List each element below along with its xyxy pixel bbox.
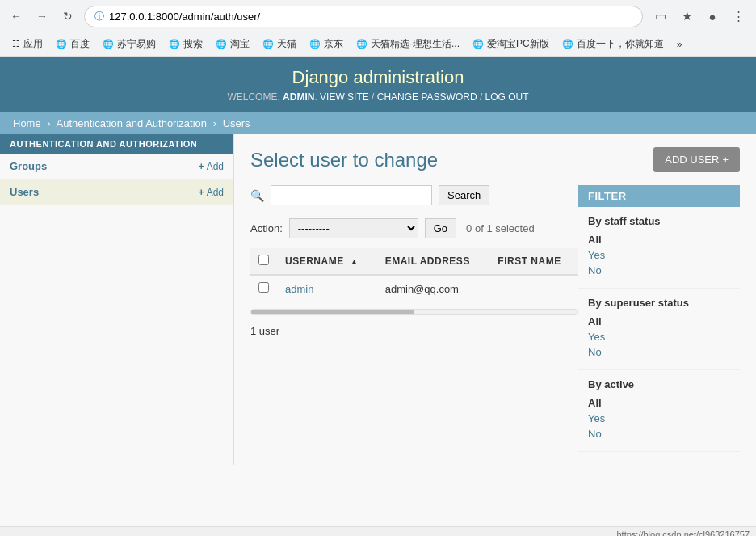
go-button[interactable]: Go — [425, 218, 456, 238]
username-header-label: USERNAME — [285, 255, 344, 267]
page-title: Select user to change — [250, 149, 438, 171]
action-label: Action: — [250, 222, 283, 234]
change-password-link[interactable]: CHANGE PASSWORD — [377, 91, 477, 103]
browser-toolbar: ← → ↻ ⓘ ▭ ★ ● ⋮ — [0, 0, 756, 32]
lock-icon: ⓘ — [94, 10, 104, 23]
firstname-header-label: FIRST NAME — [498, 255, 561, 267]
browser-actions: ▭ ★ ● ⋮ — [649, 5, 750, 27]
filter-active-yes[interactable]: Yes — [588, 412, 730, 424]
username-column-header[interactable]: USERNAME ▲ — [277, 248, 377, 275]
bookmark-suning[interactable]: 🌐 苏宁易购 — [97, 35, 162, 53]
status-bar: https://blog.csdn.net/cl963216757 — [0, 526, 756, 536]
users-add-link[interactable]: + Add — [199, 187, 224, 198]
groups-link[interactable]: Groups — [10, 160, 47, 172]
search-bar: 🔍 Search — [250, 185, 578, 205]
bookmark-baidu-search-label: 百度一下，你就知道 — [577, 37, 664, 51]
bookmark-baidu-search[interactable]: 🌐 百度一下，你就知道 — [556, 35, 670, 53]
filter-staff-yes[interactable]: Yes — [588, 249, 730, 261]
bookmark-tianmao-label: 天猫 — [277, 37, 296, 51]
bookmark-aitaobao-label: 爱淘宝PC新版 — [487, 37, 549, 51]
bookmark-baidu[interactable]: 🌐 百度 — [50, 35, 95, 53]
username-sort-arrow: ▲ — [351, 257, 359, 266]
users-link[interactable]: Users — [10, 186, 39, 198]
users-add-label: Add — [207, 187, 224, 198]
reload-button[interactable]: ↻ — [58, 6, 78, 26]
horizontal-scrollbar[interactable] — [250, 309, 578, 319]
search-button[interactable]: Search — [439, 185, 489, 205]
bookmark-aitaobao[interactable]: 🌐 爱淘宝PC新版 — [467, 35, 555, 53]
log-out-link[interactable]: LOG OUT — [485, 91, 529, 103]
cast-button[interactable]: ▭ — [649, 5, 672, 27]
sidebar-item-users: Users + Add — [0, 179, 233, 205]
action-bar: Action: --------- Delete selected users … — [250, 218, 578, 238]
bookmark-tianmao-special[interactable]: 🌐 天猫精选-理想生活... — [351, 35, 465, 53]
bookmark-suning-label: 苏宁易购 — [117, 37, 156, 51]
sidebar-item-groups: Groups + Add — [0, 154, 233, 179]
back-button[interactable]: ← — [6, 6, 26, 26]
filter-sidebar: FILTER By staff status All Yes No By sup… — [578, 185, 740, 452]
filter-active-all[interactable]: All — [588, 397, 730, 409]
selected-count: 0 of 1 selected — [466, 222, 535, 234]
filter-superuser-yes[interactable]: Yes — [588, 331, 730, 343]
row-checkbox-cell — [250, 275, 277, 302]
filter-section-staff: By staff status All Yes No — [578, 207, 740, 289]
bookmarks-bar: ☷ 应用 🌐 百度 🌐 苏宁易购 🌐 搜索 🌐 淘宝 🌐 天猫 🌐 京东 🌐 — [0, 32, 756, 57]
admin-username: ADMIN — [283, 91, 314, 103]
django-admin: Django administration WELCOME, ADMIN. VI… — [0, 57, 756, 526]
left-sidebar: Authentication and Authorization Groups … — [0, 134, 234, 465]
username-cell: admin — [277, 275, 377, 302]
browser-chrome: ← → ↻ ⓘ ▭ ★ ● ⋮ ☷ 应用 🌐 百度 🌐 苏宁易购 🌐 搜索 — [0, 0, 756, 57]
table-container: USERNAME ▲ EMAIL ADDRESS FIRST NAME — [250, 248, 578, 309]
add-user-button[interactable]: ADD USER + — [653, 147, 740, 172]
bookmark-apps[interactable]: ☷ 应用 — [6, 35, 48, 53]
admin-main: Authentication and Authorization Groups … — [0, 134, 756, 465]
main-content: 🔍 Search Action: --------- Delete select… — [250, 185, 578, 452]
admin-header: Django administration WELCOME, ADMIN. VI… — [0, 57, 756, 112]
filter-staff-title: By staff status — [588, 215, 730, 227]
select-all-checkbox[interactable] — [258, 255, 269, 265]
firstname-column-header: FIRST NAME — [489, 248, 578, 275]
email-column-header: EMAIL ADDRESS — [377, 248, 490, 275]
bookmark-jd[interactable]: 🌐 京东 — [304, 35, 349, 53]
view-site-link[interactable]: VIEW SITE — [320, 91, 369, 103]
bookmark-baidu-label: 百度 — [70, 37, 90, 51]
plus-icon: + — [199, 161, 204, 172]
filter-superuser-all[interactable]: All — [588, 315, 730, 327]
bookmark-search[interactable]: 🌐 搜索 — [163, 35, 208, 53]
breadcrumb-home[interactable]: Home — [13, 117, 41, 129]
user-info: WELCOME, ADMIN. VIEW SITE / CHANGE PASSW… — [10, 91, 746, 103]
forward-button[interactable]: → — [32, 6, 52, 26]
table-row: admin admin@qq.com — [250, 275, 578, 302]
bookmark-taobao-label: 淘宝 — [230, 37, 250, 51]
filter-active-no[interactable]: No — [588, 428, 730, 440]
url-input[interactable] — [109, 11, 632, 23]
table-header-row: USERNAME ▲ EMAIL ADDRESS FIRST NAME — [250, 248, 578, 275]
breadcrumb-section[interactable]: Authentication and Authorization — [57, 117, 207, 129]
bookmark-more[interactable]: » — [671, 36, 688, 53]
bookmark-tianmao-special-label: 天猫精选-理想生活... — [371, 37, 460, 51]
sidebar-section-title: Authentication and Authorization — [0, 134, 233, 154]
page-header: Select user to change ADD USER + — [250, 147, 740, 172]
address-bar[interactable]: ⓘ — [84, 6, 643, 27]
filter-superuser-no[interactable]: No — [588, 346, 730, 358]
bookmark-tianmao[interactable]: 🌐 天猫 — [257, 35, 302, 53]
filter-staff-all[interactable]: All — [588, 234, 730, 246]
username-link[interactable]: admin — [285, 283, 313, 295]
menu-button[interactable]: ⋮ — [727, 5, 750, 27]
more-bookmarks-icon: » — [677, 39, 682, 50]
groups-add-label: Add — [207, 161, 224, 172]
action-select[interactable]: --------- Delete selected users — [289, 218, 418, 238]
profile-button[interactable]: ● — [701, 5, 724, 27]
search-input[interactable] — [271, 185, 432, 205]
select-all-th — [250, 248, 277, 275]
bookmark-button[interactable]: ★ — [675, 5, 698, 27]
row-checkbox[interactable] — [258, 282, 269, 293]
welcome-prefix: WELCOME, — [227, 91, 279, 103]
content-area: Select user to change ADD USER + 🔍 Searc… — [234, 134, 756, 465]
bookmark-taobao[interactable]: 🌐 淘宝 — [210, 35, 255, 53]
breadcrumb: Home › Authentication and Authorization … — [0, 112, 756, 134]
filter-active-title: By active — [588, 378, 730, 390]
site-title: Django administration — [10, 67, 746, 88]
groups-add-link[interactable]: + Add — [199, 161, 224, 172]
filter-staff-no[interactable]: No — [588, 264, 730, 276]
